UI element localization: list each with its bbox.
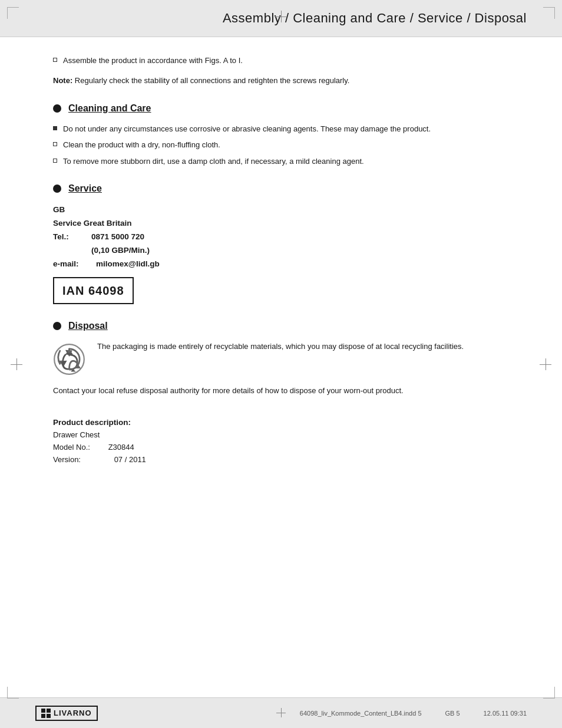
- note-label: Note:: [53, 76, 72, 85]
- service-title: Service: [68, 183, 102, 194]
- cleaning-care-header: Cleaning and Care: [53, 103, 527, 114]
- service-tel-label: Tel.:: [53, 230, 91, 244]
- crosshair-top: [275, 11, 287, 22]
- footer-left: LIVARNO: [35, 706, 98, 721]
- crosshair-left: [11, 358, 22, 370]
- page-container: Assembly / Cleaning and Care / Service /…: [0, 0, 562, 728]
- livarno-brand-text: LIVARNO: [54, 709, 92, 717]
- product-version-value: 07 / 2011: [114, 455, 146, 464]
- corner-mark-top-left: [7, 7, 19, 19]
- product-version-row: Version: 07 / 2011: [53, 454, 527, 466]
- footer-filename: 64098_liv_Kommode_Content_LB4.indd 5: [300, 710, 422, 717]
- intro-section: Assemble the product in accordance with …: [53, 55, 527, 87]
- disposal-recycle-text: The packaging is made entirely of recycl…: [97, 341, 464, 353]
- footer-crosshair-container: [276, 708, 286, 717]
- corner-mark-bottom-left: [7, 687, 19, 699]
- service-ian-box: IAN 64098: [53, 277, 134, 304]
- page-footer: LIVARNO 64098_liv_Kommode_Content_LB4.in…: [0, 697, 562, 728]
- service-tel-row: Tel.: 0871 5000 720: [53, 230, 527, 244]
- intro-bullet-1: Assemble the product in accordance with …: [53, 55, 527, 67]
- service-info: GB Service Great Britain Tel.: 0871 5000…: [53, 203, 527, 304]
- service-header: Service: [53, 183, 527, 194]
- cleaning-item-2-text: Clean the product with a dry, non-fluffi…: [63, 139, 220, 151]
- note-text: Note: Regularly check the stability of a…: [53, 75, 527, 87]
- black-bullet-icon: [53, 126, 57, 130]
- cleaning-item-2: Clean the product with a dry, non-fluffi…: [53, 139, 527, 151]
- cleaning-item-3: To remove more stubborn dirt, use a damp…: [53, 156, 527, 167]
- livarno-logo: LIVARNO: [35, 706, 98, 721]
- note-content: Regularly check the stability of all con…: [75, 76, 350, 85]
- disposal-header: Disposal: [53, 321, 527, 331]
- cleaning-item-1: Do not under any circumstances use corro…: [53, 123, 527, 135]
- product-name: Drawer Chest: [53, 430, 100, 439]
- footer-datetime: 12.05.11 09:31: [484, 710, 527, 717]
- livarno-grid-icon: [41, 709, 51, 718]
- crosshair-right: [540, 358, 551, 370]
- corner-mark-top-right: [543, 7, 555, 19]
- cleaning-item-3-text: To remove more stubborn dirt, use a damp…: [63, 156, 364, 167]
- disposal-contact-text: Contact your local refuse disposal autho…: [53, 385, 527, 397]
- service-dot: [53, 185, 61, 193]
- service-company-name: Service Great Britain: [53, 217, 527, 230]
- disposal-title: Disposal: [68, 321, 108, 331]
- corner-mark-bottom-right: [543, 687, 555, 699]
- service-country-code: GB: [53, 203, 527, 217]
- intro-bullet-1-text: Assemble the product in accordance with …: [63, 55, 243, 67]
- cleaning-care-content: Do not under any circumstances use corro…: [53, 123, 527, 167]
- service-ian-text: IAN 64098: [62, 284, 124, 297]
- small-square-bullet-icon-2: [53, 142, 57, 146]
- disposal-with-icon: The packaging is made entirely of recycl…: [53, 341, 527, 375]
- cleaning-item-1-text: Do not under any circumstances use corro…: [63, 123, 431, 135]
- livarno-cell-3: [41, 714, 45, 718]
- service-tel-note: (0,10 GBP/Min.): [91, 244, 527, 258]
- livarno-cell-1: [41, 709, 45, 713]
- service-tel-value: 0871 5000 720: [91, 230, 144, 244]
- product-description: Product description: Drawer Chest Model …: [53, 418, 527, 466]
- footer-page-info: GB 5: [445, 710, 460, 717]
- cleaning-care-dot: [53, 104, 61, 113]
- livarno-cell-2: [47, 709, 51, 713]
- small-square-bullet-icon-3: [53, 159, 57, 163]
- footer-right: 64098_liv_Kommode_Content_LB4.indd 5 GB …: [300, 710, 527, 717]
- disposal-dot: [53, 322, 61, 330]
- cleaning-care-title: Cleaning and Care: [68, 103, 151, 114]
- small-square-bullet-icon: [53, 58, 57, 62]
- service-email-row: e-mail: milomex@lidl.gb: [53, 258, 527, 271]
- disposal-content: The packaging is made entirely of recycl…: [53, 341, 527, 397]
- service-email-label: e-mail:: [53, 258, 91, 271]
- main-content: Assemble the product in accordance with …: [0, 37, 562, 697]
- product-model-value: Z30844: [108, 443, 134, 452]
- footer-crosshair: [276, 708, 286, 717]
- recycle-icon: [53, 343, 85, 375]
- product-desc-title: Product description:: [53, 418, 527, 427]
- product-version-label: Version:: [53, 454, 106, 466]
- product-name-row: Drawer Chest: [53, 429, 527, 442]
- livarno-cell-4: [47, 714, 51, 718]
- product-model-label: Model No.:: [53, 442, 106, 454]
- service-email-value: milomex@lidl.gb: [96, 258, 160, 271]
- product-model-row: Model No.: Z30844: [53, 442, 527, 454]
